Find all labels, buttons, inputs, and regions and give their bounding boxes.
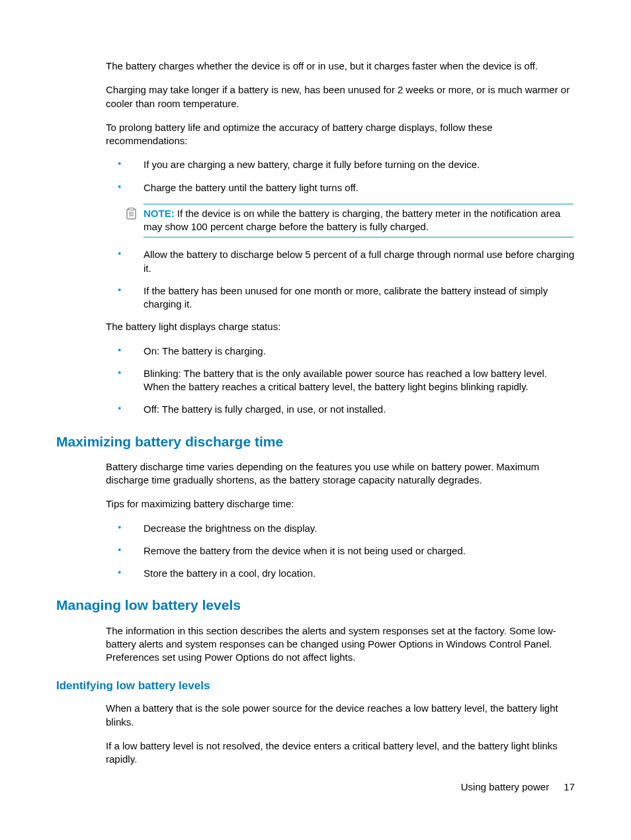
list-item: Decrease the brightness on the display. xyxy=(106,522,575,535)
subheading-identifying: Identifying low battery levels xyxy=(56,679,575,694)
footer-page-number: 17 xyxy=(564,781,575,792)
heading-maximizing: Maximizing battery discharge time xyxy=(56,433,575,451)
svg-rect-1 xyxy=(129,208,134,210)
heading-managing-low: Managing low battery levels xyxy=(56,596,575,614)
list-item: Remove the battery from the device when … xyxy=(106,544,575,558)
intro-paragraph-1: The battery charges whether the device i… xyxy=(106,60,575,73)
max-tips-list: Decrease the brightness on the display. … xyxy=(106,522,575,581)
low-paragraph-3: If a low battery level is not resolved, … xyxy=(106,739,575,767)
list-item: Store the battery in a cool, dry locatio… xyxy=(106,567,575,580)
list-item: Off: The battery is fully charged, in us… xyxy=(106,403,575,416)
recommendations-list-2: Allow the battery to discharge below 5 p… xyxy=(106,248,575,311)
low-paragraph-2: When a battery that is the sole power so… xyxy=(106,702,575,729)
status-list: On: The battery is charging. Blinking: T… xyxy=(106,345,575,417)
page-content: The battery charges whether the device i… xyxy=(0,0,631,766)
footer-section-title: Using battery power xyxy=(461,781,549,792)
page-footer: Using battery power 17 xyxy=(461,780,575,794)
list-item: If the battery has been unused for one m… xyxy=(106,284,575,312)
list-item: If you are charging a new battery, charg… xyxy=(106,158,575,171)
list-item: Charge the battery until the battery lig… xyxy=(106,181,575,194)
intro-paragraph-2: Charging may take longer if a battery is… xyxy=(106,83,575,110)
list-item: Blinking: The battery that is the only a… xyxy=(106,367,575,394)
note-text: If the device is on while the battery is… xyxy=(144,208,560,232)
status-intro: The battery light displays charge status… xyxy=(106,320,575,333)
note-callout: NOTE: If the device is on while the batt… xyxy=(144,204,573,238)
recommendations-list-1: If you are charging a new battery, charg… xyxy=(106,158,575,194)
max-paragraph-1: Battery discharge time varies depending … xyxy=(106,460,575,487)
note-icon xyxy=(126,208,138,220)
low-paragraph-1: The information in this section describe… xyxy=(106,624,575,665)
intro-paragraph-3: To prolong battery life and optimize the… xyxy=(106,121,575,148)
list-item: On: The battery is charging. xyxy=(106,345,575,358)
note-label: NOTE: xyxy=(144,208,175,219)
max-paragraph-2: Tips for maximizing battery discharge ti… xyxy=(106,497,575,511)
list-item: Allow the battery to discharge below 5 p… xyxy=(106,248,575,275)
